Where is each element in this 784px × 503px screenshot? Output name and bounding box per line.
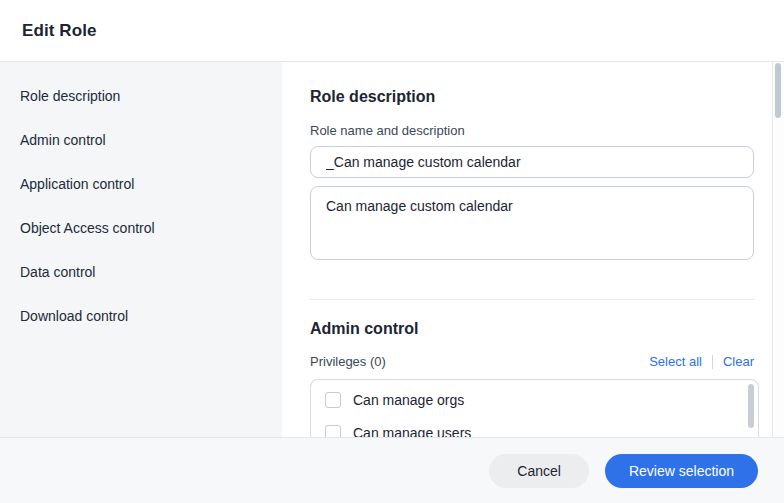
role-name-input[interactable] bbox=[310, 146, 754, 178]
list-item: Can manage users bbox=[311, 416, 758, 437]
role-description-textarea[interactable] bbox=[310, 186, 754, 260]
main-scrollbar-thumb[interactable] bbox=[775, 63, 781, 118]
list-item: Can manage orgs bbox=[311, 383, 758, 416]
link-separator bbox=[712, 355, 713, 369]
privilege-checkbox-manage-users[interactable] bbox=[325, 425, 341, 438]
role-description-heading: Role description bbox=[310, 88, 754, 106]
privileges-list: Can manage orgs Can manage users bbox=[310, 379, 759, 437]
review-selection-button[interactable]: Review selection bbox=[605, 454, 758, 488]
privilege-label: Can manage users bbox=[353, 425, 471, 438]
select-all-link[interactable]: Select all bbox=[649, 354, 702, 369]
sidebar-item-label: Download control bbox=[20, 308, 128, 324]
page-title: Edit Role bbox=[22, 21, 97, 41]
sidebar-item-download-control[interactable]: Download control bbox=[0, 294, 282, 338]
modal-body: Role description Admin control Applicati… bbox=[0, 62, 784, 437]
privileges-toolbar: Privileges (0) Select all Clear bbox=[310, 354, 754, 369]
role-name-label: Role name and description bbox=[310, 123, 754, 138]
edit-role-modal: Edit Role Role description Admin control… bbox=[0, 0, 784, 503]
privilege-label: Can manage orgs bbox=[353, 392, 464, 408]
main-scrollbar-track[interactable] bbox=[772, 62, 784, 437]
privilege-checkbox-manage-orgs[interactable] bbox=[325, 392, 341, 408]
admin-control-heading: Admin control bbox=[310, 320, 754, 338]
privileges-count-label: Privileges (0) bbox=[310, 354, 386, 369]
sidebar-item-label: Role description bbox=[20, 88, 120, 104]
modal-footer: Cancel Review selection bbox=[0, 437, 784, 503]
sidebar-item-admin-control[interactable]: Admin control bbox=[0, 118, 282, 162]
sidebar-item-application-control[interactable]: Application control bbox=[0, 162, 282, 206]
main-content: Role description Role name and descripti… bbox=[282, 62, 784, 437]
modal-header: Edit Role bbox=[0, 0, 784, 62]
sidebar-item-role-description[interactable]: Role description bbox=[0, 74, 282, 118]
sidebar-item-label: Admin control bbox=[20, 132, 106, 148]
sidebar-item-object-access-control[interactable]: Object Access control bbox=[0, 206, 282, 250]
sidebar-nav: Role description Admin control Applicati… bbox=[0, 62, 282, 437]
privileges-scrollbar-thumb[interactable] bbox=[748, 384, 754, 428]
section-divider bbox=[310, 299, 754, 300]
sidebar-item-label: Object Access control bbox=[20, 220, 155, 236]
clear-link[interactable]: Clear bbox=[723, 354, 754, 369]
sidebar-item-label: Data control bbox=[20, 264, 95, 280]
sidebar-item-data-control[interactable]: Data control bbox=[0, 250, 282, 294]
sidebar-item-label: Application control bbox=[20, 176, 134, 192]
cancel-button[interactable]: Cancel bbox=[489, 454, 589, 488]
